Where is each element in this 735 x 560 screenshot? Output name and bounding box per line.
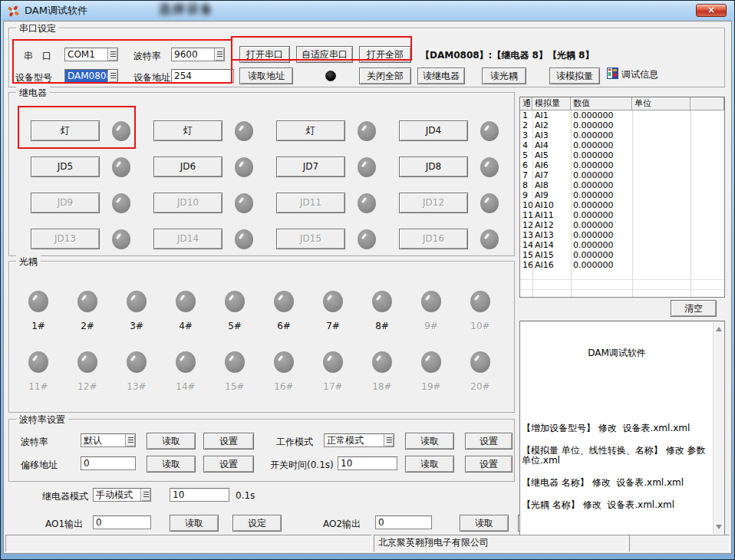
cell-value: 0.000000 <box>571 150 632 160</box>
table-row[interactable]: 12 AI12 0.000000 <box>520 220 724 230</box>
relay-button[interactable]: JD12 <box>399 193 468 213</box>
relay-button[interactable]: JD15 <box>276 229 345 249</box>
table-row[interactable]: 13 AI13 0.000000 <box>520 230 724 240</box>
table-header-extra[interactable] <box>691 97 724 110</box>
relay-cell: JD4 <box>387 113 509 149</box>
opto-label: 16# <box>274 381 293 392</box>
table-row[interactable]: 9 AI9 0.000000 <box>520 190 724 200</box>
relay-button[interactable]: JD8 <box>399 156 468 177</box>
table-row[interactable]: 10 AI10 0.000000 <box>520 200 724 210</box>
relay-button[interactable]: JD10 <box>153 193 222 213</box>
scroll-down-icon[interactable] <box>716 525 722 529</box>
table-row[interactable]: 16 AI16 0.000000 <box>520 260 724 270</box>
read-relay-button[interactable]: 读继电器 <box>417 68 465 84</box>
table-row[interactable]: 6 AI6 0.000000 <box>520 160 724 170</box>
opto-cell: 11# <box>14 351 63 392</box>
model-select[interactable]: DAM0808 <box>64 69 118 83</box>
open-all-button[interactable]: 打开全部 <box>359 46 411 63</box>
relay-group-title: 继电器 <box>16 87 50 100</box>
open-serial-button[interactable]: 打开串口 <box>239 46 290 63</box>
cell-value: 0.000000 <box>571 110 632 120</box>
baudrate-read-button[interactable]: 读取 <box>147 433 196 450</box>
table-row[interactable]: 15 AI15 0.000000 <box>520 250 724 260</box>
dropdown-button[interactable] <box>214 48 224 61</box>
table-row[interactable]: 11 AI11 0.000000 <box>520 210 724 220</box>
work-mode-select[interactable]: 正常模式 <box>324 433 394 447</box>
ao2-input[interactable]: 0 <box>375 516 432 529</box>
read-address-button[interactable]: 读取地址 <box>239 68 293 84</box>
cell-extra <box>691 210 724 220</box>
cell-value: 0.000000 <box>571 220 632 230</box>
relay-mode-select[interactable]: 手动模式 <box>93 488 151 502</box>
offset-read-button[interactable]: 读取 <box>147 456 196 473</box>
dropdown-button[interactable] <box>107 48 117 61</box>
ao1-input[interactable]: 0 <box>93 516 151 529</box>
baudrate-set-button[interactable]: 设置 <box>203 433 254 450</box>
opto-label: 17# <box>323 381 342 392</box>
relay-lamp-icon <box>235 121 253 141</box>
relay-lamp-icon <box>480 229 499 249</box>
opto-label: 9# <box>424 321 438 331</box>
scroll-up-icon[interactable] <box>716 327 722 331</box>
dropdown-button[interactable] <box>107 70 117 82</box>
table-row[interactable]: 14 AI14 0.000000 <box>520 240 724 250</box>
switch-time-read-button[interactable]: 读取 <box>405 456 454 473</box>
info-scrollbar[interactable] <box>713 322 723 534</box>
debug-info-toggle[interactable]: 调试信息 <box>607 68 658 82</box>
opto-label: 3# <box>130 321 143 331</box>
relay-button[interactable]: JD7 <box>276 156 345 177</box>
read-analog-button[interactable]: 读模拟量 <box>549 68 600 84</box>
relay-button[interactable]: JD9 <box>31 193 100 213</box>
table-row[interactable]: 3 AI3 0.000000 <box>520 130 724 140</box>
table-header-name[interactable]: 模拟量 <box>532 97 571 110</box>
relay-button[interactable]: 灯 <box>31 120 100 141</box>
dropdown-button[interactable] <box>384 434 394 446</box>
ao2-read-button[interactable]: 读取 <box>460 515 509 532</box>
table-row[interactable]: 1 AI1 0.000000 <box>520 110 724 120</box>
opto-grid: 1# 2# 3# 4# 5# 6# 7# <box>9 262 514 392</box>
work-mode-set-button[interactable]: 设置 <box>465 433 513 450</box>
relay-button[interactable]: 灯 <box>276 120 345 141</box>
relay-button[interactable]: JD4 <box>399 120 468 141</box>
table-row[interactable]: 4 AI4 0.000000 <box>520 140 724 150</box>
table-header-value[interactable]: 数值 <box>571 97 632 110</box>
dropdown-button[interactable] <box>125 434 135 446</box>
address-input[interactable]: 254 <box>171 69 234 83</box>
opto-cell: 9# <box>407 291 456 331</box>
close-all-button[interactable]: 关闭全部 <box>359 68 411 84</box>
relay-button[interactable]: JD14 <box>153 229 222 249</box>
offset-input[interactable]: 0 <box>81 456 136 470</box>
cell-unit <box>632 200 691 210</box>
relay-button[interactable]: 灯 <box>153 120 222 141</box>
switch-time-set-button[interactable]: 设置 <box>465 456 513 473</box>
relay-cell: JD7 <box>264 149 387 185</box>
relay-time-input[interactable]: 10 <box>170 488 229 502</box>
table-row[interactable]: 5 AI5 0.000000 <box>520 150 724 160</box>
baud-select[interactable]: 9600 <box>171 48 225 61</box>
relay-button[interactable]: JD6 <box>153 156 222 177</box>
relay-button[interactable]: JD16 <box>399 229 468 249</box>
switch-time-input[interactable]: 10 <box>338 456 397 470</box>
table-header-channel[interactable]: 通 <box>520 97 532 110</box>
table-row[interactable]: 2 AI2 0.000000 <box>520 120 724 130</box>
read-opto-button[interactable]: 读光耦 <box>482 68 526 84</box>
work-mode-read-button[interactable]: 读取 <box>405 433 454 450</box>
cell-unit <box>632 150 691 160</box>
baudrate-select[interactable]: 默认 <box>81 433 136 447</box>
cell-channel: 5 <box>520 150 532 160</box>
relay-button[interactable]: JD5 <box>31 156 100 177</box>
table-header-unit[interactable]: 单位 <box>632 97 691 110</box>
offset-set-button[interactable]: 设置 <box>203 456 254 473</box>
close-button[interactable]: × <box>696 4 727 17</box>
table-row[interactable]: 7 AI7 0.000000 <box>520 170 724 180</box>
ao1-read-button[interactable]: 读取 <box>170 515 219 532</box>
relay-button[interactable]: JD11 <box>276 193 345 213</box>
table-empty-rows <box>520 270 724 297</box>
dropdown-button[interactable] <box>140 489 150 501</box>
table-row[interactable]: 8 AI8 0.000000 <box>520 180 724 190</box>
adaptive-serial-button[interactable]: 自适应串口 <box>296 46 353 63</box>
clear-button[interactable]: 清空 <box>671 300 717 317</box>
port-select[interactable]: COM1 <box>64 48 118 61</box>
relay-button[interactable]: JD13 <box>31 229 100 249</box>
ao1-set-button[interactable]: 设定 <box>232 515 282 532</box>
